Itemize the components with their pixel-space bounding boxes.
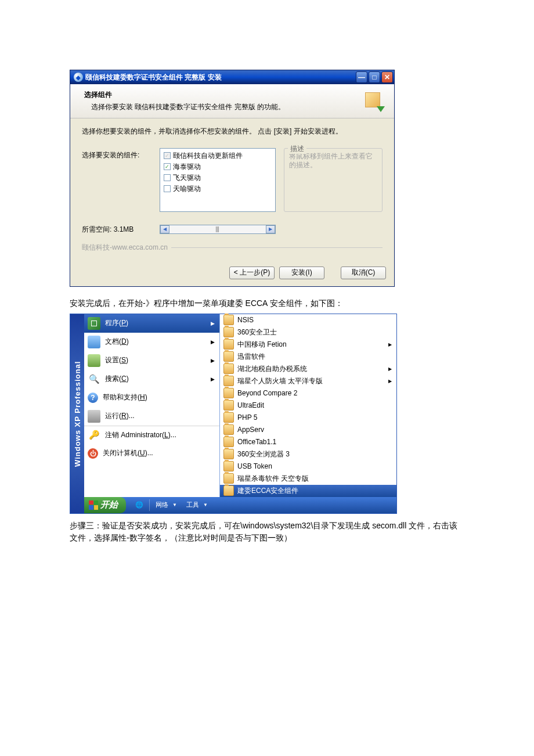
program-folder-item[interactable]: 360安全卫士	[220, 326, 396, 339]
windows-brand-band: Windows XP Professional	[70, 314, 84, 513]
program-label: Beyond Compare 2	[237, 389, 392, 397]
start-menu-item[interactable]: 注销 Administrator(L)...	[84, 426, 219, 444]
taskbar-shortcut-ie[interactable]: 🌐	[131, 499, 148, 512]
menu-item-label: 注销 Administrator(L)...	[105, 430, 215, 440]
menu-item-label: 程序(P)	[105, 318, 206, 328]
program-folder-item[interactable]: NSIS	[220, 314, 396, 326]
minimize-button[interactable]: —	[356, 71, 367, 83]
installer-dialog: ◆ 颐信科技建委数字证书安全组件 完整版 安装 — □ ✕ 选择组件 选择你要安…	[70, 70, 395, 287]
submenu-arrow-icon: ▶	[211, 321, 215, 326]
close-button[interactable]: ✕	[381, 71, 393, 83]
menu-item-label: 设置(S)	[105, 355, 206, 365]
checkbox-icon	[164, 174, 171, 181]
back-button[interactable]: < 上一步(P)	[229, 267, 275, 279]
instruction-text: 选择你想要安装的组件，并取消选择你不想安装的组件。 点击 [安装] 开始安装进程…	[82, 127, 383, 136]
component-item[interactable]: 天喻驱动	[164, 184, 272, 194]
titlebar[interactable]: ◆ 颐信科技建委数字证书安全组件 完整版 安装 — □ ✕	[70, 70, 394, 84]
program-folder-item[interactable]: AppServ	[220, 424, 396, 436]
menu-item-label: 关闭计算机(U)...	[103, 448, 215, 458]
sea-icon	[88, 373, 100, 386]
set-icon	[88, 354, 100, 367]
start-menu-item[interactable]: 程序(P)▶	[84, 314, 219, 333]
submenu-arrow-icon: ▶	[211, 376, 215, 382]
program-folder-item[interactable]: 瑞星个人防火墙 太平洋专版▶	[220, 375, 396, 387]
windows-flag-icon	[89, 501, 98, 510]
submenu-arrow-icon: ▶	[211, 339, 215, 345]
program-label: 湖北地税自助办税系统	[237, 364, 385, 374]
program-label: 建委ECCA安全组件	[237, 486, 392, 496]
submenu-arrow-icon: ▶	[388, 379, 392, 384]
menu-item-label: 搜索(C)	[105, 374, 206, 384]
footer-branding: 颐信科技-www.ecca.com.cn	[82, 243, 383, 253]
program-folder-item[interactable]: 湖北地税自助办税系统▶	[220, 363, 396, 375]
required-space-label: 所需空间: 3.1MB	[82, 225, 160, 235]
folder-icon	[223, 339, 234, 350]
program-folder-item[interactable]: OfficeTab1.1	[220, 436, 396, 448]
window-title: 颐信科技建委数字证书安全组件 完整版 安装	[85, 73, 356, 82]
start-menu-item[interactable]: 设置(S)▶	[84, 351, 219, 370]
program-folder-item[interactable]: 瑞星杀毒软件 天空专版	[220, 473, 396, 485]
folder-icon	[223, 388, 234, 398]
components-listbox[interactable]: ✓颐信科技自动更新组件✓海泰驱动飞天驱动天喻驱动	[160, 148, 276, 212]
description-legend: 描述	[288, 144, 306, 154]
component-label: 颐信科技自动更新组件	[173, 151, 243, 161]
component-item: ✓颐信科技自动更新组件	[164, 151, 272, 161]
horizontal-scrollbar[interactable]: ◀ ▶	[160, 225, 276, 234]
program-label: 360安全浏览器 3	[237, 449, 392, 459]
components-label: 选择要安装的组件:	[82, 148, 151, 212]
checkbox-icon	[164, 185, 171, 192]
program-folder-item[interactable]: 360安全浏览器 3	[220, 448, 396, 460]
program-folder-item[interactable]: 迅雷软件	[220, 351, 396, 363]
submenu-arrow-icon: ▶	[388, 366, 392, 372]
start-menu-item[interactable]: 运行(R)...	[84, 407, 219, 426]
start-label: 开始	[100, 499, 118, 510]
program-folder-item[interactable]: 中国移动 Fetion▶	[220, 339, 396, 351]
menu-item-label: 文档(D)	[105, 337, 206, 347]
folder-icon	[223, 485, 234, 496]
start-menu-item[interactable]: 文档(D)▶	[84, 333, 219, 351]
package-icon	[363, 90, 385, 112]
component-item[interactable]: ✓海泰驱动	[164, 162, 272, 172]
folder-icon	[223, 315, 234, 325]
start-menu-item[interactable]: 关闭计算机(U)...	[84, 444, 219, 463]
program-folder-item[interactable]: USB Token	[220, 460, 396, 473]
header-title: 选择组件	[84, 90, 363, 100]
program-folder-item-highlighted[interactable]: 建委ECCA安全组件	[220, 485, 396, 497]
caption-after-install: 安装完成后，在开始-》程序中增加一菜单项建委 ECCA 安全组件，如下图：	[70, 298, 464, 309]
start-menu-item[interactable]: 帮助和支持(H)	[84, 388, 219, 407]
description-text: 将鼠标移到组件上来查看它的描述。	[289, 152, 377, 170]
checkbox-icon: ✓	[164, 152, 171, 159]
program-label: AppServ	[237, 426, 392, 434]
program-label: UltraEdit	[237, 401, 392, 409]
program-folder-item[interactable]: PHP 5	[220, 412, 396, 424]
shut-icon	[88, 448, 98, 459]
checkbox-icon: ✓	[164, 163, 171, 170]
cancel-button[interactable]: 取消(C)	[341, 267, 386, 279]
program-label: 迅雷软件	[237, 352, 392, 362]
program-folder-item[interactable]: UltraEdit	[220, 399, 396, 412]
program-folder-item[interactable]: Beyond Compare 2	[220, 387, 396, 399]
submenu-arrow-icon: ▶	[211, 358, 215, 363]
program-label: 瑞星杀毒软件 天空专版	[237, 474, 392, 484]
taskbar[interactable]: 开始 🌐 网络 工具	[84, 497, 396, 513]
help-icon	[88, 393, 98, 403]
start-button[interactable]: 开始	[84, 497, 126, 513]
start-menu-item[interactable]: 搜索(C)▶	[84, 370, 219, 388]
taskbar-network-menu[interactable]: 网络	[151, 499, 182, 512]
prog-icon	[88, 317, 100, 330]
start-menu-left: 程序(P)▶文档(D)▶设置(S)▶搜索(C)▶帮助和支持(H)运行(R)...…	[84, 314, 220, 497]
scroll-left-button[interactable]: ◀	[160, 225, 169, 233]
install-button[interactable]: 安装(I)	[279, 267, 324, 279]
program-label: 瑞星个人防火墙 太平洋专版	[237, 376, 385, 386]
logoff-icon	[88, 429, 100, 441]
program-label: USB Token	[237, 462, 392, 470]
menu-item-label: 帮助和支持(H)	[103, 393, 215, 402]
doc-icon	[88, 336, 100, 348]
maximize-button[interactable]: □	[369, 71, 380, 83]
scroll-right-button[interactable]: ▶	[266, 225, 275, 233]
folder-icon	[223, 327, 234, 337]
taskbar-tools-menu[interactable]: 工具	[182, 499, 212, 512]
folder-icon	[223, 424, 234, 435]
component-item[interactable]: 飞天驱动	[164, 173, 272, 183]
program-label: 中国移动 Fetion	[237, 340, 385, 350]
